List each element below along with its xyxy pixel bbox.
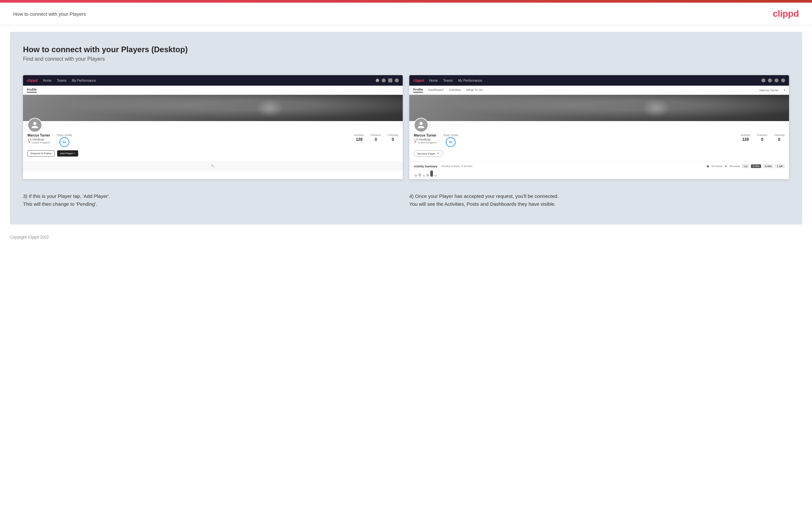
remove-player-wrap: Remove Player ✕ <box>414 150 784 157</box>
mock-activity-controls: On course Off course 1 yr 6 mths 3 mths … <box>707 164 784 168</box>
mock-nav-icons-right <box>761 78 785 82</box>
globe-icon-left <box>395 78 399 82</box>
captions-row: 3) If this is your Player tap, 'Add Play… <box>23 192 789 208</box>
mock-quality-num-right: 92 <box>449 140 452 144</box>
globe-icon-right <box>781 78 785 82</box>
dropdown-icon-right: ▾ <box>784 89 785 92</box>
screenshots-row: clippd Home Teams My Performance Profile <box>23 75 789 179</box>
mock-player-details-left: Marcus Turner 1-5 Handicap 📍 United King… <box>28 133 50 144</box>
mock-edit-area-left: ✎ <box>23 161 403 171</box>
mock-stats-left: Activities 129 Followers 0 Following 0 <box>354 133 398 142</box>
copyright: Copyright Clippd 2022 <box>10 235 49 239</box>
mock-profile-left: Marcus Turner 1-5 Handicap 📍 United King… <box>23 121 403 161</box>
bar-1 <box>414 175 417 177</box>
caption-right-text: 4) Once your Player has accepted your re… <box>409 193 559 207</box>
mock-player-details-right: Marcus Turner 1-5 Handicap 📍 United King… <box>414 133 437 144</box>
bar-2 <box>418 173 421 177</box>
mock-buttons-left: Request to Follow Add Player + <box>28 150 398 157</box>
mock-quality-circle-left: 92 <box>59 137 69 147</box>
mock-logo-left: clippd <box>27 78 38 82</box>
bar-5 <box>430 171 433 177</box>
time-btn-1mth[interactable]: 1 mth <box>775 164 784 168</box>
mock-quality-circle-right: 92 <box>446 137 456 147</box>
remove-x-icon: ✕ <box>437 152 440 155</box>
mock-activity-header: Activity Summary Monthly Activity · 6 Mo… <box>414 164 784 168</box>
mock-tab-profile-left[interactable]: Profile <box>27 88 37 93</box>
mock-player-location-left: 📍 United Kingdom <box>28 141 50 144</box>
request-follow-button[interactable]: Request to Follow <box>28 150 55 157</box>
legend-offcourse-dot <box>725 165 727 167</box>
mock-avatar-right <box>414 118 784 132</box>
mock-banner-left <box>23 95 403 121</box>
mock-legend: On course Off course <box>707 165 740 167</box>
mock-player-handicap-left: 1-5 Handicap <box>28 138 50 141</box>
mock-nav-home-left: Home <box>43 79 52 82</box>
footer: Copyright Clippd 2022 <box>0 231 812 243</box>
legend-oncourse-label: On course <box>711 165 722 167</box>
mock-avatar-left <box>28 118 398 132</box>
top-gradient-bar <box>0 0 812 3</box>
mock-stats-right: Activities 129 Followers 0 Following 0 <box>741 133 784 142</box>
mock-nav-left: clippd Home Teams My Performance <box>23 75 403 86</box>
mock-tabs-right: Profile Dashboard Activities What To On … <box>409 86 789 95</box>
mock-player-handicap-right: 1-5 Handicap <box>414 138 437 141</box>
caption-left: 3) If this is your Player tap, 'Add Play… <box>23 192 403 208</box>
mock-tab-profile-right[interactable]: Profile <box>413 88 423 93</box>
mock-activity-title: Activity Summary <box>414 165 438 168</box>
mock-profile-right: Marcus Turner 1-5 Handicap 📍 United King… <box>409 121 789 161</box>
mock-banner-right <box>409 95 789 121</box>
avatar-icon-left <box>31 121 39 129</box>
mock-tab-dashboard-right[interactable]: Dashboard <box>428 88 444 92</box>
time-btn-1yr[interactable]: 1 yr <box>742 164 749 168</box>
mock-nav-icons-left <box>376 78 399 82</box>
mock-stat-following-left: Following 0 <box>388 133 398 142</box>
mock-quality-label-right: Player Quality <box>443 133 459 136</box>
user-icon-left <box>382 78 386 82</box>
mock-nav-teams-right: Teams <box>443 79 453 82</box>
mock-activity-subtitle: Monthly Activity · 6 Months <box>442 165 473 168</box>
bar-6 <box>434 175 437 177</box>
mock-nav-home-right: Home <box>429 79 438 82</box>
legend-oncourse-dot <box>707 165 709 167</box>
header: How to connect with your Players clippd <box>0 3 812 25</box>
mock-logo-right: clippd <box>413 78 424 82</box>
screenshot-left: clippd Home Teams My Performance Profile <box>23 75 403 179</box>
bar-3 <box>422 175 425 177</box>
legend-offcourse-label: Off course <box>729 165 740 167</box>
mock-quality-label-left: Player Quality <box>57 133 72 136</box>
page-heading: How to connect with your Players (Deskto… <box>23 45 789 54</box>
mock-profile-info-right: Marcus Turner 1-5 Handicap 📍 United King… <box>414 133 784 147</box>
time-btn-3mths[interactable]: 3 mths <box>763 164 773 168</box>
mock-nav-performance-left: My Performance <box>72 79 96 82</box>
mock-quality-num-left: 92 <box>63 140 66 144</box>
main-content: How to connect with your Players (Deskto… <box>10 32 802 224</box>
settings-icon-right <box>774 78 778 82</box>
search-icon-left <box>376 79 379 82</box>
mock-player-name-right: Marcus Turner <box>414 133 437 137</box>
mock-tab-whattoon-right[interactable]: What To On <box>466 88 483 92</box>
mock-quality-left: Player Quality 92 <box>57 133 72 147</box>
mock-profile-info-left: Marcus Turner 1-5 Handicap 📍 United King… <box>28 133 398 147</box>
caption-left-text: 3) If this is your Player tap, 'Add Play… <box>23 193 110 207</box>
mock-stat-activities-left: Activities 129 <box>354 133 364 142</box>
avatar-icon-right <box>417 121 425 129</box>
mock-quality-right: Player Quality 92 <box>443 133 459 147</box>
mock-nav-teams-left: Teams <box>57 79 66 82</box>
mock-tab-activities-right[interactable]: Activities <box>449 88 461 92</box>
mock-nav-performance-right: My Performance <box>458 79 482 82</box>
header-title: How to connect with your Players <box>13 11 86 17</box>
page-subheading: Find and connect with your Players <box>23 56 789 62</box>
settings-icon-left <box>388 78 392 82</box>
screenshot-right: clippd Home Teams My Performance Profile… <box>409 75 789 179</box>
add-player-button[interactable]: Add Player + <box>57 150 78 157</box>
mock-stat-following-right: Following 0 <box>774 133 784 142</box>
remove-player-button[interactable]: Remove Player ✕ <box>414 150 443 157</box>
caption-right: 4) Once your Player has accepted your re… <box>409 192 789 208</box>
clippd-logo: clippd <box>773 8 799 19</box>
mock-tabs-left: Profile <box>23 86 403 95</box>
mock-stat-followers-left: Followers 0 <box>370 133 381 142</box>
user-icon-right <box>768 78 772 82</box>
time-btn-6mths[interactable]: 6 mths <box>751 164 761 168</box>
mock-tab-user-right: Marcus Turner <box>759 89 778 92</box>
mock-stat-activities-right: Activities 129 <box>741 133 751 142</box>
